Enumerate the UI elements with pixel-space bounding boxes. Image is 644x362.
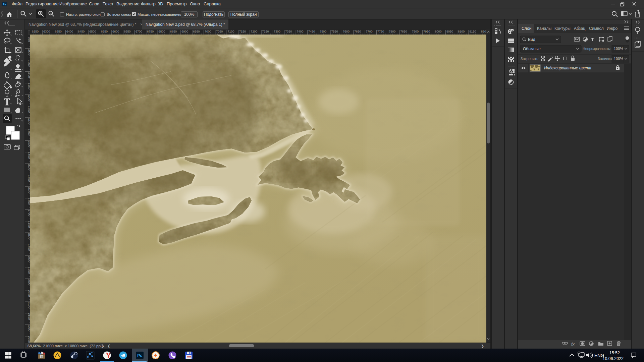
svg-text:Вид: Вид (528, 37, 535, 42)
svg-text:Индексированные цвета: Индексированные цвета (544, 66, 591, 70)
svg-text:6700: 6700 (136, 30, 142, 33)
svg-text:1500: 1500 (28, 164, 30, 170)
svg-text:15:52: 15:52 (609, 351, 620, 355)
svg-text:T: T (591, 37, 594, 42)
svg-text:7800: 7800 (389, 30, 395, 33)
svg-text:100%: 100% (614, 47, 623, 51)
svg-text:6500: 6500 (90, 30, 96, 33)
svg-text:Ps: Ps (137, 353, 142, 358)
svg-text:6450: 6450 (78, 30, 85, 33)
svg-text:1950: 1950 (28, 267, 30, 274)
svg-text:Непрозрачность:: Непрозрачность: (583, 47, 611, 51)
svg-text:7050: 7050 (216, 30, 223, 33)
svg-text:10.06.2022: 10.06.2022 (602, 356, 624, 361)
svg-text:Заливка:: Заливка: (598, 57, 613, 61)
svg-text:950: 950 (28, 37, 30, 42)
svg-text:7550: 7550 (331, 30, 338, 33)
svg-text:7700: 7700 (366, 30, 373, 33)
svg-text:7150: 7150 (239, 30, 246, 33)
svg-text:8000: 8000 (435, 30, 442, 33)
svg-text:7450: 7450 (308, 30, 315, 33)
svg-text:7400: 7400 (297, 30, 304, 33)
svg-text:Каналы: Каналы (537, 26, 551, 31)
svg-text:2150: 2150 (28, 313, 30, 320)
svg-text:Абзац: Абзац (574, 26, 585, 31)
svg-text:Символ: Символ (589, 26, 604, 31)
svg-text:1150: 1150 (28, 83, 30, 89)
svg-text:1650: 1650 (28, 198, 30, 205)
svg-text:7500: 7500 (320, 30, 326, 33)
svg-text:8100: 8100 (458, 30, 465, 33)
svg-text:7600: 7600 (343, 30, 350, 33)
svg-text:1600: 1600 (28, 186, 30, 193)
svg-text:6800: 6800 (159, 30, 165, 33)
svg-text:6750: 6750 (147, 30, 154, 33)
svg-text:8200: 8200 (481, 30, 486, 33)
svg-text:6400: 6400 (66, 30, 73, 33)
svg-text:100%: 100% (614, 57, 623, 61)
svg-text:6900: 6900 (181, 30, 188, 33)
svg-text:2000: 2000 (28, 279, 30, 285)
svg-text:1000: 1000 (28, 48, 30, 55)
svg-text:7750: 7750 (377, 30, 384, 33)
svg-text:2050: 2050 (28, 290, 30, 297)
svg-text:7950: 7950 (423, 30, 430, 33)
svg-text:6300: 6300 (43, 30, 50, 33)
svg-text:7350: 7350 (285, 30, 292, 33)
svg-text:1750: 1750 (28, 221, 30, 228)
svg-text:Обычные: Обычные (523, 47, 541, 51)
svg-text:7850: 7850 (400, 30, 407, 33)
svg-text:8050: 8050 (446, 30, 453, 33)
svg-text:2200: 2200 (28, 324, 30, 331)
svg-text:1400: 1400 (28, 140, 30, 147)
svg-text:6950: 6950 (193, 30, 200, 33)
svg-text:Инфо: Инфо (607, 26, 618, 31)
svg-text:6350: 6350 (55, 30, 62, 33)
svg-text:7650: 7650 (354, 30, 361, 33)
svg-text:1300: 1300 (28, 117, 30, 124)
svg-text:fx: fx (571, 342, 575, 347)
svg-text:7000: 7000 (205, 30, 211, 33)
svg-text:7300: 7300 (274, 30, 280, 33)
svg-text:1800: 1800 (28, 233, 30, 239)
svg-text:1850: 1850 (28, 244, 30, 251)
svg-text:7900: 7900 (412, 30, 419, 33)
svg-text:8150: 8150 (470, 30, 476, 33)
svg-text:1550: 1550 (28, 175, 30, 182)
svg-text:1250: 1250 (28, 106, 30, 113)
svg-text:1050: 1050 (28, 60, 30, 67)
svg-text:2100: 2100 (28, 302, 30, 308)
svg-text:2250: 2250 (28, 336, 30, 343)
svg-text:1450: 1450 (28, 152, 30, 159)
svg-text:1100: 1100 (28, 71, 30, 78)
svg-text:Контуры: Контуры (554, 26, 571, 31)
svg-text:1700: 1700 (28, 209, 30, 216)
svg-text:1200: 1200 (28, 95, 30, 101)
svg-text:6550: 6550 (101, 30, 108, 33)
svg-text:6650: 6650 (124, 30, 131, 33)
svg-text:Закрепить:: Закрепить: (521, 57, 539, 61)
svg-text:7200: 7200 (251, 30, 257, 33)
svg-text:7100: 7100 (228, 30, 234, 33)
svg-text:1350: 1350 (28, 129, 30, 136)
svg-text:Ps: Ps (3, 3, 6, 6)
svg-text:1900: 1900 (28, 255, 30, 262)
svg-text:6250: 6250 (32, 30, 39, 33)
svg-text:7250: 7250 (262, 30, 269, 33)
svg-text:6600: 6600 (112, 30, 119, 33)
svg-text:6850: 6850 (170, 30, 177, 33)
svg-text:Слои: Слои (522, 26, 532, 31)
